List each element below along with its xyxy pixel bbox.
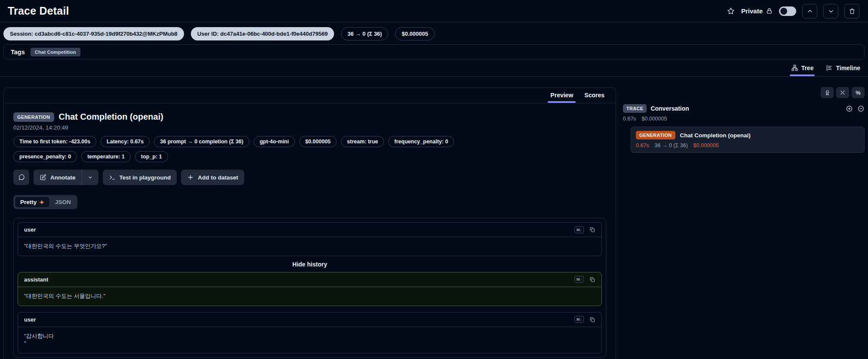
session-badge[interactable]: Session: cd3abcd6-c81c-4037-935d-19d9f27… — [3, 27, 184, 40]
page-header: Trace Detail Private — [0, 0, 868, 22]
tab-timeline[interactable]: Timeline — [825, 59, 860, 76]
format-toggle: Pretty ✦ JSON — [13, 195, 77, 209]
collapse-icon — [840, 90, 846, 96]
tags-label: Tags — [11, 49, 25, 56]
spacer — [18, 306, 602, 312]
test-in-playground-button[interactable]: Test in playground — [103, 170, 177, 185]
format-json-segment[interactable]: JSON — [50, 196, 76, 208]
node-metrics: 0.67s 36 → 0 (Σ 36) $0.000005 — [636, 142, 859, 149]
pill-presence-penalty: presence_penalty: 0 — [13, 151, 77, 162]
copy-icon[interactable] — [589, 316, 595, 323]
trace-badges-row: Session: cd3abcd6-c81c-4037-935d-19d9f27… — [0, 26, 868, 41]
trace-metrics: 0.67s $0.000005 — [623, 116, 865, 122]
annotate-label: Annotate — [50, 174, 76, 181]
chevron-down-icon — [87, 174, 93, 180]
message-header: assistant M↓ — [18, 272, 601, 287]
pill-token-usage: 36 prompt → 0 completion (Σ 36) — [154, 136, 249, 147]
node-latency: 0.67s — [636, 142, 649, 149]
active-tab-indicator — [790, 74, 815, 76]
tree-controls: % — [623, 87, 865, 98]
message-role: assistant — [24, 276, 48, 283]
message-user-2: user M↓ "감사합니다 " — [18, 312, 602, 353]
observation-timestamp: 02/12/2024, 14:20:49 — [13, 124, 606, 131]
add-to-dataset-button[interactable]: Add to dataset — [181, 170, 244, 185]
tab-scores[interactable]: Scores — [584, 92, 604, 103]
star-icon — [727, 7, 735, 15]
tree-node-generation[interactable]: GENERATION Chat Completion (openai) 0.67… — [631, 127, 865, 153]
tab-tree[interactable]: Tree — [791, 59, 814, 76]
metrics-toggle-button[interactable]: % — [852, 87, 865, 98]
toggle-knob — [780, 8, 787, 15]
tab-scores-label: Scores — [584, 92, 604, 99]
annotate-split-button: Annotate — [34, 170, 98, 185]
message-tools: M↓ — [574, 316, 595, 323]
pill-temperature: temperature: 1 — [81, 151, 131, 162]
trace-root-row[interactable]: TRACE Conversation — [623, 104, 865, 113]
bookmark-star-button[interactable] — [727, 7, 735, 15]
chevron-up-icon — [807, 8, 813, 15]
edit-pen-icon — [40, 174, 46, 181]
generation-type-badge: GENERATION — [13, 112, 54, 122]
copy-icon[interactable] — [589, 276, 595, 283]
next-trace-button[interactable] — [823, 4, 838, 19]
trace-latency: 0.67s — [623, 116, 636, 122]
pretty-label: Pretty — [20, 199, 37, 205]
previous-trace-button[interactable] — [802, 4, 817, 19]
chevron-down-icon — [828, 8, 834, 15]
tab-preview-label: Preview — [550, 92, 573, 99]
message-content: "대한민국의 수도는 무엇인가요?" — [18, 237, 601, 256]
markdown-toggle-icon[interactable]: M↓ — [574, 276, 584, 283]
page-title: Trace Detail — [8, 5, 69, 17]
markdown-toggle-icon[interactable]: M↓ — [574, 226, 584, 233]
pill-model: gpt-4o-mini — [254, 136, 295, 147]
public-sharing-toggle[interactable] — [779, 6, 796, 16]
expand-all-icon[interactable] — [846, 105, 853, 112]
tag-chip-chat-competition[interactable]: Chat Competition — [31, 48, 80, 56]
token-usage-badge: 36 → 0 (Σ 36) — [341, 27, 388, 40]
pill-latency: Latency: 0.67s — [101, 136, 150, 147]
sparkles-icon: ✦ — [39, 199, 44, 205]
observation-tabs: Preview Scores — [4, 88, 616, 103]
copy-icon[interactable] — [589, 226, 595, 233]
tree-expand-controls — [846, 105, 865, 112]
scores-toggle-button[interactable] — [821, 87, 834, 98]
generation-type-badge: GENERATION — [636, 131, 675, 139]
markdown-toggle-icon[interactable]: M↓ — [574, 316, 584, 323]
observation-header: GENERATION Chat Completion (openai) — [13, 112, 606, 122]
annotate-button[interactable]: Annotate — [34, 170, 82, 185]
observation-actions: Annotate Test in playgroun — [13, 170, 606, 185]
format-pretty-segment[interactable]: Pretty ✦ — [15, 196, 50, 208]
user-id-badge[interactable]: User ID: dc47a41e-06bc-400d-bde1-f0e440d… — [191, 27, 334, 40]
collapse-all-icon[interactable] — [857, 105, 865, 112]
trace-type-badge: TRACE — [623, 104, 647, 113]
pill-time-to-first-token: Time to first token: -423.00s — [13, 136, 96, 147]
node-title: Chat Completion (openai) — [680, 132, 751, 139]
tab-preview[interactable]: Preview — [550, 92, 573, 103]
message-content: "대한민국의 수도는 서울입니다." — [18, 287, 601, 306]
annotate-dropdown-button[interactable] — [82, 170, 98, 185]
tab-timeline-label: Timeline — [836, 65, 860, 71]
add-to-dataset-label: Add to dataset — [198, 174, 238, 181]
plus-icon — [187, 174, 194, 181]
comment-button[interactable] — [13, 170, 29, 185]
message-tools: M↓ — [574, 226, 595, 233]
header-controls: Private — [727, 4, 859, 19]
view-mode-tabs: Tree Timeline — [0, 59, 868, 77]
delete-trace-button[interactable] — [844, 4, 859, 19]
pill-stream: stream: true — [341, 136, 384, 147]
trace-tree-sidebar: % TRACE Conversation 0.67s $0.000005 — [623, 87, 865, 153]
cost-badge: $0.000005 — [395, 27, 434, 40]
message-user-1: user M↓ "대한민국의 수도는 무엇인가요?" — [18, 222, 602, 256]
terminal-icon — [109, 174, 116, 181]
observation-title: Chat Completion (openai) — [59, 112, 163, 122]
tab-tree-label: Tree — [801, 65, 814, 71]
tags-section: Tags Chat Competition — [3, 44, 865, 59]
trace-title: Conversation — [650, 105, 689, 112]
active-tab-indicator — [548, 101, 576, 103]
message-tools: M↓ — [574, 276, 595, 283]
hide-history-button[interactable]: Hide history — [18, 261, 602, 268]
observation-meta-pills: Time to first token: -423.00s Latency: 0… — [13, 136, 521, 162]
comment-bubble-icon — [18, 174, 25, 181]
collapse-all-button[interactable] — [836, 87, 849, 98]
tree-icon — [791, 64, 798, 71]
